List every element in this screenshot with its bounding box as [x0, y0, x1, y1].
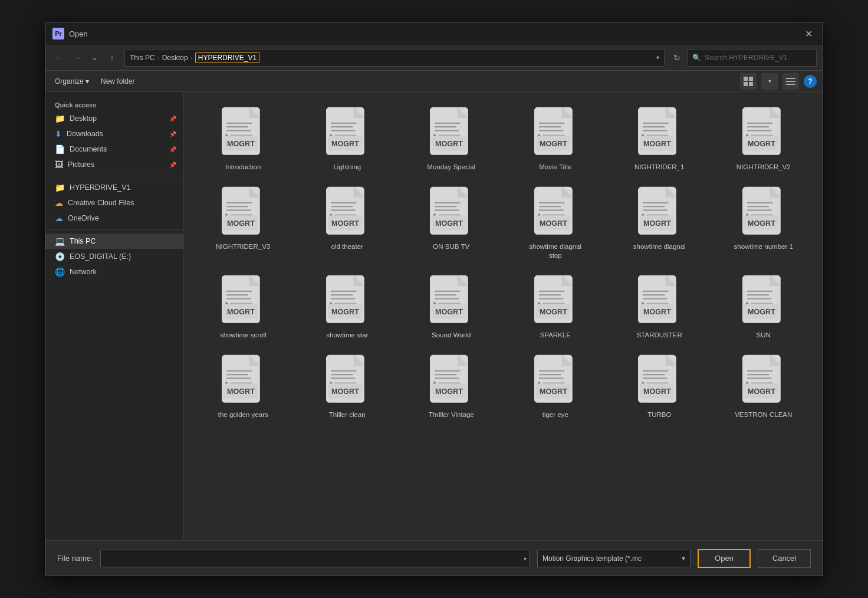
svg-text:MOGRT: MOGRT — [540, 307, 567, 316]
file-grid: MOGRT Introduction — [193, 101, 813, 424]
open-dialog: Pr Open ✕ ← → ⌄ ↑ This PC › Desktop › HY… — [45, 22, 823, 576]
back-button[interactable]: ← — [51, 50, 67, 65]
list-item[interactable]: MOGRT NIGHTRIDER_1 — [610, 101, 709, 176]
list-item[interactable]: MOGRT SUN — [714, 270, 814, 344]
list-item[interactable]: MOGRT tiger eye — [506, 349, 606, 424]
svg-text:MOGRT: MOGRT — [331, 307, 359, 316]
close-button[interactable]: ✕ — [801, 27, 816, 41]
titlebar: Pr Open ✕ — [45, 22, 823, 45]
file-icon: MOGRT — [633, 274, 686, 327]
list-item[interactable]: MOGRT Thriller Vintage — [402, 349, 501, 424]
list-item[interactable]: MOGRT Lightning — [298, 101, 397, 176]
list-item[interactable]: MOGRT Thiller clean — [298, 349, 397, 424]
file-name: showtime scroll — [220, 331, 267, 340]
sidebar-divider-2 — [45, 229, 183, 230]
file-icon: MOGRT — [633, 106, 686, 159]
svg-text:MOGRT: MOGRT — [227, 219, 255, 227]
filetype-dropdown-icon: ▾ — [682, 554, 685, 563]
sidebar-item-documents[interactable]: 📄 Documents 📌 — [45, 142, 183, 157]
sidebar-downloads-label: Downloads — [67, 130, 165, 138]
onedrive-icon: ☁ — [55, 213, 63, 223]
list-item[interactable]: MOGRT the golden years — [193, 349, 293, 424]
sidebar-this-pc-label: This PC — [70, 237, 176, 245]
sidebar: Quick access 📁 Desktop 📌 ⬇ Downloads 📌 📄… — [45, 92, 184, 540]
list-item[interactable]: MOGRT STARDUSTER — [610, 270, 709, 344]
list-item[interactable]: MOGRT showtime star — [298, 270, 397, 344]
file-icon: MOGRT — [321, 274, 374, 327]
list-item[interactable]: MOGRT TURBO — [610, 349, 709, 424]
creative-cloud-icon: ☁ — [55, 198, 63, 208]
sidebar-item-eos-digital[interactable]: 💿 EOS_DIGITAL (E:) — [45, 249, 183, 264]
address-dropdown-icon[interactable]: ▾ — [656, 54, 659, 61]
file-name: NIGHTRIDER_V2 — [737, 163, 791, 172]
view-dropdown-button[interactable]: ▾ — [761, 73, 778, 90]
file-icon: MOGRT — [529, 106, 582, 159]
list-item[interactable]: MOGRT Movie Title — [506, 101, 606, 176]
file-icon: MOGRT — [321, 106, 374, 159]
sidebar-creative-cloud-label: Creative Cloud Files — [68, 199, 176, 207]
file-icon: MOGRT — [216, 274, 269, 327]
file-name: showtime star — [326, 331, 368, 340]
organize-button[interactable]: Organize ▾ — [51, 75, 93, 88]
list-item[interactable]: MOGRT Sound World — [402, 270, 501, 344]
list-item[interactable]: MOGRT old theater — [298, 181, 397, 265]
list-item[interactable]: MOGRT showtime scroll — [193, 270, 293, 344]
sidebar-item-hyperdrive[interactable]: 📁 HYPERDRIVE_V1 — [45, 180, 183, 195]
file-icon: MOGRT — [425, 354, 478, 407]
cancel-button[interactable]: Cancel — [758, 549, 811, 568]
view-details-button[interactable] — [782, 73, 799, 90]
sidebar-item-creative-cloud[interactable]: ☁ Creative Cloud Files — [45, 195, 183, 211]
svg-text:MOGRT: MOGRT — [435, 387, 463, 395]
address-desktop: Desktop — [162, 54, 188, 62]
forward-button[interactable]: → — [69, 50, 84, 65]
sidebar-item-network[interactable]: 🌐 Network — [45, 264, 183, 280]
open-button[interactable]: Open — [698, 549, 751, 568]
filetype-select[interactable]: Motion Graphics template (*.mc ▾ — [537, 550, 691, 567]
address-bar[interactable]: This PC › Desktop › HYPERDRIVE_V1 ▾ — [124, 49, 665, 67]
svg-rect-1 — [749, 77, 753, 81]
sidebar-item-pictures[interactable]: 🖼 Pictures 📌 — [45, 157, 183, 172]
file-name: NIGHTRIDER_1 — [634, 163, 684, 172]
sidebar-item-desktop[interactable]: 📁 Desktop 📌 — [45, 111, 183, 126]
filename-dropdown-icon[interactable]: ▾ — [524, 555, 527, 561]
sidebar-item-downloads[interactable]: ⬇ Downloads 📌 — [45, 126, 183, 142]
list-item[interactable]: MOGRT Introduction — [193, 101, 293, 176]
file-name: Sound World — [432, 331, 471, 340]
svg-text:MOGRT: MOGRT — [331, 219, 359, 227]
file-icon: MOGRT — [216, 354, 269, 407]
file-name: Monday Special — [427, 163, 475, 172]
file-name: TURBO — [647, 410, 671, 419]
search-bar[interactable]: 🔍 Search HYPERDRIVE_V1 — [687, 49, 817, 67]
sidebar-item-this-pc[interactable]: 💻 This PC — [45, 234, 183, 249]
file-name: the golden years — [218, 410, 268, 419]
list-item[interactable]: MOGRT NIGHTRIDER_V3 — [193, 181, 293, 265]
new-folder-button[interactable]: New folder — [97, 75, 138, 88]
refresh-button[interactable]: ↻ — [669, 50, 685, 65]
help-button[interactable]: ? — [804, 75, 817, 88]
svg-text:MOGRT: MOGRT — [643, 140, 671, 148]
list-item[interactable]: MOGRT SPARKLE — [506, 270, 606, 344]
file-name: Lightning — [333, 163, 361, 172]
file-icon: MOGRT — [737, 274, 790, 327]
file-icon: MOGRT — [216, 186, 269, 239]
sidebar-item-onedrive[interactable]: ☁ OneDrive — [45, 211, 183, 226]
filename-input[interactable] — [100, 550, 530, 567]
list-item[interactable]: MOGRT showtime diagnal stop — [506, 181, 606, 265]
list-item[interactable]: MOGRT NIGHTRIDER_V2 — [714, 101, 814, 176]
list-item[interactable]: MOGRT ON SUB TV — [402, 181, 501, 265]
svg-text:MOGRT: MOGRT — [435, 219, 463, 227]
svg-text:MOGRT: MOGRT — [227, 307, 255, 316]
up-button[interactable]: ↑ — [104, 50, 120, 65]
search-placeholder: Search HYPERDRIVE_V1 — [705, 54, 788, 62]
list-item[interactable]: MOGRT VESTRON CLEAN — [714, 349, 814, 424]
list-item[interactable]: MOGRT showtime diagnal — [610, 181, 709, 265]
svg-text:MOGRT: MOGRT — [748, 387, 775, 395]
downloads-icon: ⬇ — [55, 129, 62, 139]
file-icon: MOGRT — [321, 186, 374, 239]
list-item[interactable]: MOGRT Monday Special — [402, 101, 501, 176]
history-button[interactable]: ⌄ — [87, 50, 102, 65]
file-name: STARDUSTER — [637, 331, 682, 340]
pin-icon-pictures: 📌 — [169, 162, 176, 168]
list-item[interactable]: MOGRT showtime number 1 — [714, 181, 814, 265]
view-large-icons-button[interactable] — [740, 73, 757, 90]
